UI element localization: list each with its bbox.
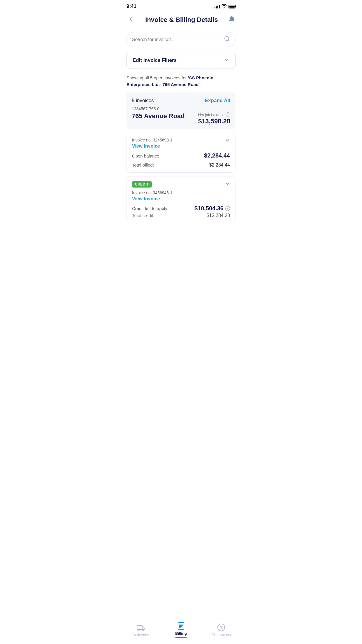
wifi-icon — [222, 4, 227, 9]
search-input[interactable] — [132, 37, 224, 42]
credit-left-value: $10,504.36 i — [194, 205, 230, 212]
invoice-job-id: 1234567-765-0 — [132, 106, 230, 111]
invoice-item-card-2: CREDIT Invoice no. 3456943-1 View Invoic… — [126, 176, 236, 223]
status-icons — [215, 4, 236, 9]
status-bar: 9:41 — [121, 0, 241, 12]
battery-icon — [229, 5, 236, 8]
credit-amount-row: Credit left to apply: $10,504.36 i — [132, 205, 230, 212]
invoice-group-header: 5 invoices Expand All — [132, 98, 230, 104]
credit-invoice-header: CREDIT Invoice no. 3456943-1 View Invoic… — [132, 181, 230, 202]
filter-label: Edit Invoice Filters — [133, 57, 177, 63]
total-credit-row: Total credit: $12,284.28 — [132, 213, 230, 218]
expand-all-button[interactable]: Expand All — [205, 98, 230, 104]
job-name: 765 Avenue Road — [132, 112, 198, 120]
credit-left-label: Credit left to apply: — [132, 206, 168, 211]
filter-container: Edit Invoice Filters — [121, 50, 241, 74]
chevron-down-icon — [224, 57, 229, 63]
filter-button[interactable]: Edit Invoice Filters — [126, 52, 236, 69]
search-icon — [224, 36, 230, 43]
balance-label: Net job balance i — [198, 112, 230, 117]
total-credit-label: Total credit: — [132, 213, 154, 218]
info-icon[interactable]: i — [226, 112, 230, 117]
invoice-actions-2: ⋮ — [215, 181, 230, 188]
signal-icon — [215, 4, 220, 8]
invoice-item-header-1: Invoice no. 3245698-1 View Invoice ⋮ — [132, 138, 230, 149]
credit-info-icon[interactable]: i — [225, 206, 230, 211]
back-button[interactable] — [126, 15, 135, 25]
credit-left: CREDIT Invoice no. 3456943-1 View Invoic… — [132, 181, 215, 202]
open-balance-value-1: $2,284.44 — [204, 152, 230, 159]
total-billed-label-1: Total billed: — [132, 162, 154, 167]
total-credit-value: $12,284.28 — [207, 213, 230, 218]
view-invoice-button-1[interactable]: View Invoice — [132, 144, 160, 149]
more-options-icon-1[interactable]: ⋮ — [215, 138, 221, 144]
search-wrapper[interactable] — [126, 32, 236, 47]
status-time: 9:41 — [126, 4, 136, 9]
invoice-no-1: Invoice no. 3245698-1 — [132, 138, 215, 142]
page-content: Edit Invoice Filters Showing all 5 open … — [121, 30, 241, 253]
page-title: Invoice & Billing Details — [135, 16, 228, 24]
total-billed-value-1: $2,284.44 — [209, 162, 230, 168]
total-billed-row-1: Total billed: $2,284.44 — [132, 162, 230, 168]
header: Invoice & Billing Details — [121, 12, 241, 30]
expand-icon-1[interactable] — [225, 138, 230, 144]
invoice-actions-1: ⋮ — [215, 138, 230, 144]
job-balance-row: 765 Avenue Road Net job balance i $13,59… — [132, 112, 230, 125]
invoice-item-card-1: Invoice no. 3245698-1 View Invoice ⋮ Ope… — [126, 133, 236, 173]
bell-icon[interactable] — [228, 15, 236, 24]
open-balance-row-1: Open balance: $2,284.44 — [132, 152, 230, 159]
invoice-count: 5 invoices — [132, 98, 154, 104]
search-container — [121, 30, 241, 50]
invoice-left-1: Invoice no. 3245698-1 View Invoice — [132, 138, 215, 149]
open-balance-label-1: Open balance: — [132, 153, 161, 158]
balance-info: Net job balance i $13,598.28 — [198, 112, 230, 125]
more-options-icon-2[interactable]: ⋮ — [215, 181, 221, 187]
invoice-group-card: 5 invoices Expand All 1234567-765-0 765 … — [126, 92, 236, 129]
credit-badge: CREDIT — [132, 181, 152, 188]
invoice-no-2: Invoice no. 3456943-1 — [132, 190, 215, 195]
expand-icon-2[interactable] — [225, 181, 230, 188]
view-invoice-button-2[interactable]: View Invoice — [132, 196, 160, 202]
info-text: Showing all 5 open invoices for 'SS Phoe… — [121, 74, 241, 92]
balance-amount: $13,598.28 — [198, 118, 230, 125]
